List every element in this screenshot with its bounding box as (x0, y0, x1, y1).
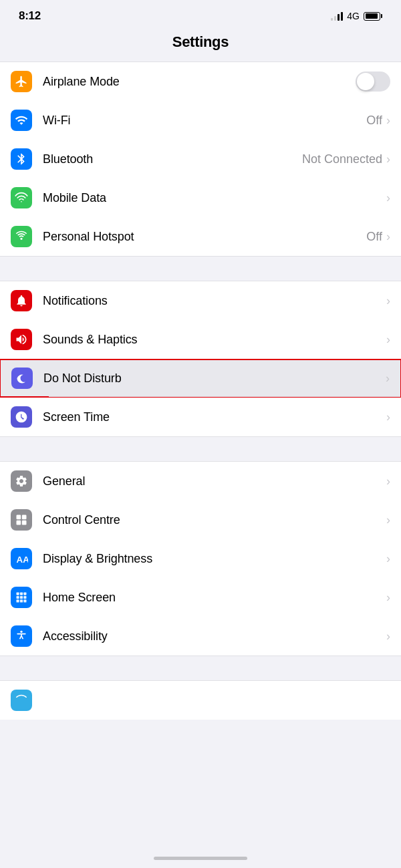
wifi-value: Off (366, 114, 382, 128)
wifi-label: Wi-Fi (43, 114, 366, 128)
settings-group-display: General › Control Centre › AA Display & … (0, 461, 401, 656)
screen-time-icon (11, 406, 32, 428)
settings-group-connectivity: Airplane Mode Wi-Fi Off › Bluetooth Not … (0, 61, 401, 257)
display-list: General › Control Centre › AA Display & … (0, 461, 401, 656)
svg-rect-6 (20, 593, 23, 595)
display-brightness-label: Display & Brightness (43, 552, 386, 566)
do-not-disturb-icon (11, 368, 33, 389)
svg-rect-7 (23, 593, 26, 595)
settings-item-partial[interactable] (0, 681, 401, 720)
hotspot-chevron-icon: › (386, 230, 390, 244)
screen-time-chevron-icon: › (386, 410, 390, 424)
control-centre-label: Control Centre (43, 513, 386, 527)
mobile-data-chevron-icon: › (386, 191, 390, 205)
control-centre-icon (11, 509, 32, 531)
bluetooth-value: Not Connected (302, 152, 382, 166)
accessibility-label: Accessibility (43, 629, 386, 643)
display-chevron-icon: › (386, 552, 390, 566)
svg-rect-12 (20, 599, 23, 602)
partial-icon (11, 690, 32, 711)
general-label: General (43, 474, 386, 488)
bluetooth-label: Bluetooth (43, 152, 302, 166)
display-brightness-icon: AA (11, 548, 32, 569)
status-time: 8:12 (19, 9, 41, 23)
sounds-haptics-label: Sounds & Haptics (43, 333, 386, 347)
settings-item-bluetooth[interactable]: Bluetooth Not Connected › (0, 140, 401, 178)
screen-time-label: Screen Time (43, 410, 386, 424)
settings-item-notifications[interactable]: Notifications › (0, 281, 401, 320)
airplane-mode-icon (11, 71, 32, 92)
settings-item-mobile-data[interactable]: Mobile Data › (0, 178, 401, 217)
airplane-mode-toggle[interactable] (356, 71, 390, 92)
home-screen-icon (11, 587, 32, 608)
settings-item-personal-hotspot[interactable]: Personal Hotspot Off › (0, 217, 401, 256)
status-icons: 4G (331, 11, 382, 21)
notifications-chevron-icon: › (386, 294, 390, 308)
settings-group-notifications: Notifications › Sounds & Haptics › Do No… (0, 281, 401, 437)
settings-item-display-brightness[interactable]: AA Display & Brightness › (0, 539, 401, 578)
accessibility-chevron-icon: › (386, 629, 390, 643)
hotspot-label: Personal Hotspot (43, 230, 366, 244)
settings-item-airplane-mode[interactable]: Airplane Mode (0, 62, 401, 101)
airplane-mode-label: Airplane Mode (43, 75, 356, 89)
page-title-bar: Settings (0, 28, 401, 61)
general-icon (11, 470, 32, 492)
svg-rect-9 (20, 596, 23, 599)
svg-rect-5 (17, 593, 19, 595)
settings-item-control-centre[interactable]: Control Centre › (0, 500, 401, 539)
sounds-chevron-icon: › (386, 333, 390, 347)
mobile-data-icon (11, 187, 32, 208)
svg-point-14 (20, 631, 22, 633)
wifi-chevron-icon: › (386, 114, 390, 128)
bluetooth-chevron-icon: › (386, 152, 390, 166)
settings-item-home-screen[interactable]: Home Screen › (0, 578, 401, 617)
signal-bars-icon (331, 11, 343, 21)
accessibility-icon (11, 625, 32, 647)
svg-rect-11 (17, 599, 19, 602)
wifi-icon (11, 110, 32, 131)
page-title: Settings (172, 33, 229, 50)
control-centre-chevron-icon: › (386, 513, 390, 527)
network-label: 4G (347, 11, 360, 21)
notifications-list: Notifications › Sounds & Haptics › Do No… (0, 281, 401, 437)
home-screen-chevron-icon: › (386, 591, 390, 605)
home-screen-label: Home Screen (43, 591, 386, 605)
hotspot-icon (11, 226, 32, 247)
divider-2 (0, 437, 401, 461)
bottom-partial-group (0, 680, 401, 720)
home-indicator (154, 857, 247, 860)
svg-rect-8 (17, 596, 19, 599)
settings-item-general[interactable]: General › (0, 462, 401, 500)
do-not-disturb-chevron-icon: › (386, 372, 390, 386)
notifications-icon (11, 290, 32, 311)
notifications-label: Notifications (43, 294, 386, 308)
general-chevron-icon: › (386, 474, 390, 488)
status-bar: 8:12 4G (0, 0, 401, 28)
battery-icon (364, 12, 382, 21)
svg-rect-1 (22, 515, 27, 520)
hotspot-value: Off (366, 230, 382, 244)
svg-rect-10 (23, 596, 26, 599)
divider-1 (0, 257, 401, 281)
sounds-icon (11, 329, 32, 350)
connectivity-list: Airplane Mode Wi-Fi Off › Bluetooth Not … (0, 61, 401, 257)
svg-rect-0 (17, 515, 21, 520)
settings-item-sounds-haptics[interactable]: Sounds & Haptics › (0, 320, 401, 359)
svg-text:AA: AA (17, 555, 29, 565)
svg-rect-13 (23, 599, 26, 602)
mobile-data-label: Mobile Data (43, 191, 386, 205)
svg-rect-2 (17, 521, 21, 525)
settings-item-wifi[interactable]: Wi-Fi Off › (0, 101, 401, 140)
bluetooth-icon (11, 148, 32, 170)
settings-item-screen-time[interactable]: Screen Time › (0, 398, 401, 436)
do-not-disturb-label: Do Not Disturb (43, 372, 386, 386)
settings-item-do-not-disturb[interactable]: Do Not Disturb › (0, 359, 401, 398)
svg-rect-3 (22, 521, 27, 525)
settings-item-accessibility[interactable]: Accessibility › (0, 617, 401, 656)
